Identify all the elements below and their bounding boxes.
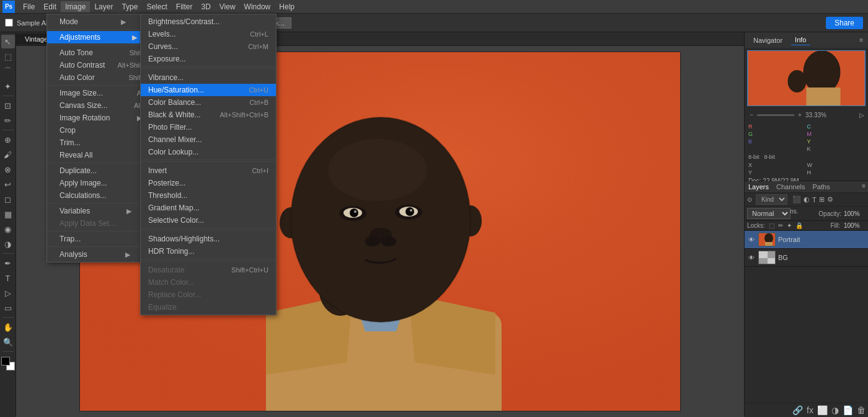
menu-edit[interactable]: Edit bbox=[39, 1, 61, 12]
brush-tool[interactable]: 🖌 bbox=[1, 148, 15, 161]
menu-file[interactable]: File bbox=[19, 1, 39, 12]
lock-trans-icon[interactable]: ⬚ bbox=[769, 222, 774, 229]
huesaturation-shortcut: Ctrl+U bbox=[249, 86, 268, 94]
adj-colorlookup[interactable]: Color Lookup... bbox=[141, 146, 276, 158]
history-brush-tool[interactable]: ↩ bbox=[1, 177, 15, 191]
channels-tab[interactable]: Channels bbox=[775, 182, 806, 191]
healing-brush-tool[interactable]: ⊕ bbox=[1, 133, 15, 146]
adj-gradientmap[interactable]: Gradient Map... bbox=[141, 202, 276, 214]
panel-header: Navigator Info ≡ bbox=[745, 32, 868, 48]
adj-threshold[interactable]: Threshold... bbox=[141, 189, 276, 202]
clone-stamp-tool[interactable]: ⊗ bbox=[1, 163, 15, 176]
layer-name-bg: BG bbox=[778, 254, 866, 261]
dodge-tool[interactable]: ◑ bbox=[1, 237, 15, 251]
crop-tool[interactable]: ⊡ bbox=[1, 99, 15, 112]
adj-huesaturation[interactable]: Hue/Saturation... Ctrl+U bbox=[141, 84, 276, 96]
layer-eye-bg[interactable]: 👁 bbox=[747, 253, 756, 262]
tool-sep-4 bbox=[2, 317, 14, 318]
c-label: C bbox=[807, 123, 812, 130]
y-label: Y bbox=[807, 138, 811, 145]
adj-levels[interactable]: Levels... Ctrl+L bbox=[141, 28, 276, 40]
blur-tool[interactable]: ◉ bbox=[1, 222, 15, 236]
hand-tool[interactable]: ✋ bbox=[1, 320, 15, 334]
text-tool[interactable]: T bbox=[1, 271, 15, 285]
menu-window[interactable]: Window bbox=[240, 1, 275, 12]
menu-help[interactable]: Help bbox=[275, 1, 299, 12]
threshold-label: Threshold... bbox=[148, 191, 187, 200]
adj-hdrtoning[interactable]: HDR Toning... bbox=[141, 245, 276, 258]
menu-3d[interactable]: 3D bbox=[197, 1, 215, 12]
filter-adjust-icon[interactable]: ◐ bbox=[804, 195, 810, 204]
invert-shortcut: Ctrl+I bbox=[252, 167, 268, 174]
layers-options-icon[interactable]: ≡ bbox=[862, 182, 866, 191]
path-selection-tool[interactable]: ▷ bbox=[1, 286, 15, 300]
layer-row-portrait[interactable]: 👁 Portrait bbox=[745, 231, 868, 249]
exposure-label: Exposure... bbox=[148, 55, 186, 63]
shape-tool[interactable]: ▭ bbox=[1, 301, 15, 315]
navigator-tab[interactable]: Navigator bbox=[750, 35, 786, 45]
paths-tab[interactable]: Paths bbox=[812, 182, 831, 191]
zoom-decrease-btn[interactable]: － bbox=[748, 110, 755, 119]
link-layers-btn[interactable]: 🔗 bbox=[792, 405, 803, 415]
foreground-background-colors[interactable] bbox=[1, 357, 15, 370]
info-tab[interactable]: Info bbox=[791, 35, 810, 45]
zoom-increase-btn[interactable]: ＋ bbox=[797, 110, 803, 119]
panel-options-icon[interactable]: ≡ bbox=[859, 37, 863, 43]
navigator-thumbnail bbox=[747, 50, 866, 106]
menu-layer[interactable]: Layer bbox=[90, 1, 117, 12]
filter-pixel-icon[interactable]: ⬛ bbox=[792, 195, 801, 204]
menu-filter[interactable]: Filter bbox=[172, 1, 197, 12]
new-layer-btn[interactable]: 📄 bbox=[843, 405, 853, 415]
analysis-label: Analysis bbox=[60, 250, 87, 259]
menu-type[interactable]: Type bbox=[117, 1, 142, 12]
zoom-slider[interactable] bbox=[757, 114, 794, 116]
sample-all-checkbox[interactable] bbox=[5, 19, 13, 27]
adj-brightness[interactable]: Brightness/Contrast... bbox=[141, 16, 276, 28]
layer-style-btn[interactable]: fx bbox=[807, 405, 813, 415]
adj-exposure[interactable]: Exposure... bbox=[141, 53, 276, 65]
new-fill-layer-btn[interactable]: ◑ bbox=[831, 405, 839, 415]
filter-shape-icon[interactable]: ⊞ bbox=[819, 195, 825, 204]
lock-draw-icon[interactable]: ✏ bbox=[778, 222, 783, 229]
magic-wand-tool[interactable]: ✦ bbox=[1, 79, 15, 93]
layers-tab[interactable]: Layers bbox=[747, 182, 770, 191]
filter-kind-select[interactable]: Kind bbox=[756, 194, 787, 205]
adj-shadowshighlights[interactable]: Shadows/Highlights... bbox=[141, 233, 276, 245]
bit-depth-1: 8-bit bbox=[748, 154, 760, 160]
pen-tool[interactable]: ✒ bbox=[1, 256, 15, 270]
layer-mask-btn[interactable]: ⬜ bbox=[817, 405, 828, 415]
adj-curves[interactable]: Curves... Ctrl+M bbox=[141, 40, 276, 53]
mode-label: Mode bbox=[60, 17, 78, 26]
layer-row-bg[interactable]: 👁 BG bbox=[745, 249, 868, 267]
zoom-arrow-right[interactable]: ▷ bbox=[859, 112, 864, 119]
menu-select[interactable]: Select bbox=[142, 1, 171, 12]
eraser-tool[interactable]: ◻ bbox=[1, 192, 15, 206]
layer-eye-portrait[interactable]: 👁 bbox=[747, 235, 756, 244]
move-tool[interactable]: ↖ bbox=[1, 35, 15, 48]
trim-label: Trim... bbox=[60, 138, 81, 147]
menu-image[interactable]: Image bbox=[61, 1, 90, 12]
blend-mode-select[interactable]: Normal bbox=[747, 208, 790, 219]
adj-vibrance[interactable]: Vibrance... bbox=[141, 71, 276, 84]
menu-view[interactable]: View bbox=[215, 1, 240, 12]
filter-type-icon[interactable]: T bbox=[812, 196, 817, 204]
adj-blackwhite[interactable]: Black & White... Alt+Shift+Ctrl+B bbox=[141, 109, 276, 121]
filter-smart-icon[interactable]: ⚙ bbox=[827, 195, 833, 204]
gradient-tool[interactable]: ▦ bbox=[1, 207, 15, 221]
share-button[interactable]: Share bbox=[826, 17, 863, 29]
zoom-tool[interactable]: 🔍 bbox=[1, 335, 15, 349]
adjustments-arrow: ▶ bbox=[132, 34, 137, 42]
adj-channelmixer[interactable]: Channel Mixer... bbox=[141, 133, 276, 146]
adj-invert[interactable]: Invert Ctrl+I bbox=[141, 164, 276, 177]
adj-colorbalance[interactable]: Color Balance... Ctrl+B bbox=[141, 96, 276, 109]
lock-move-icon[interactable]: ✦ bbox=[787, 222, 792, 229]
adj-selectivecolor[interactable]: Selective Color... bbox=[141, 214, 276, 226]
lasso-tool[interactable]: ⌒ bbox=[1, 65, 15, 78]
selection-tool[interactable]: ⬚ bbox=[1, 50, 15, 63]
eyedropper-tool[interactable]: ✏ bbox=[1, 114, 15, 127]
svg-point-20 bbox=[381, 236, 396, 246]
adj-posterize[interactable]: Posterize... bbox=[141, 177, 276, 189]
adj-photofilter[interactable]: Photo Filter... bbox=[141, 121, 276, 133]
delete-layer-btn[interactable]: 🗑 bbox=[857, 405, 866, 415]
lock-all-icon[interactable]: 🔒 bbox=[795, 222, 803, 229]
